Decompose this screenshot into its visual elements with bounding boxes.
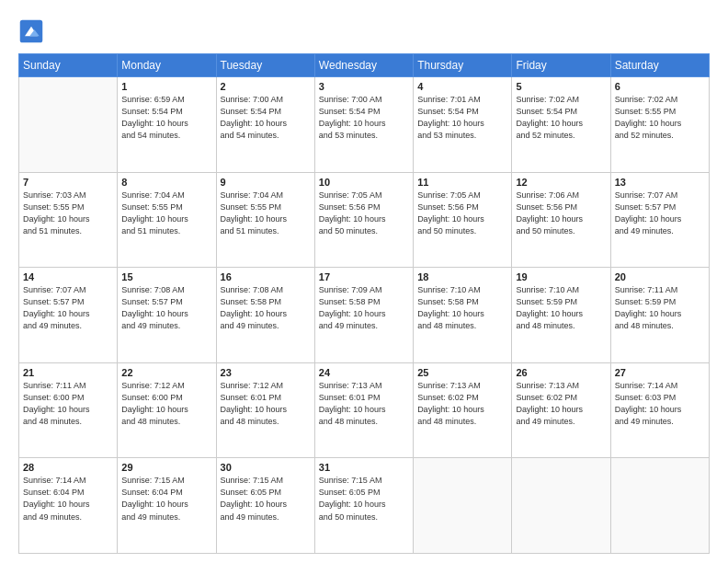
col-header-tuesday: Tuesday [216,54,314,77]
day-cell: 8Sunrise: 7:04 AMSunset: 5:55 PMDaylight… [118,172,216,268]
day-cell: 1Sunrise: 6:59 AMSunset: 5:54 PMDaylight… [118,77,216,173]
day-info: Sunrise: 7:15 AMSunset: 6:04 PMDaylight:… [121,475,211,523]
day-cell: 4Sunrise: 7:01 AMSunset: 5:54 PMDaylight… [414,77,512,173]
day-cell: 21Sunrise: 7:11 AMSunset: 6:00 PMDayligh… [19,362,118,458]
day-cell: 13Sunrise: 7:07 AMSunset: 5:57 PMDayligh… [610,172,709,268]
day-info: Sunrise: 7:08 AMSunset: 5:58 PMDaylight:… [221,284,311,332]
day-number: 8 [121,177,211,188]
day-cell: 28Sunrise: 7:14 AMSunset: 6:04 PMDayligh… [19,458,118,554]
day-cell [414,458,512,554]
day-info: Sunrise: 7:13 AMSunset: 6:02 PMDaylight:… [417,380,507,428]
col-header-thursday: Thursday [414,54,512,77]
day-number: 27 [615,367,705,378]
day-number: 21 [23,367,113,378]
day-info: Sunrise: 7:03 AMSunset: 5:55 PMDaylight:… [23,190,113,237]
day-info: Sunrise: 7:06 AMSunset: 5:56 PMDaylight:… [516,190,606,237]
day-info: Sunrise: 7:02 AMSunset: 5:54 PMDaylight:… [516,94,606,142]
day-number: 3 [319,81,409,92]
day-cell [610,458,709,554]
day-cell: 27Sunrise: 7:14 AMSunset: 6:03 PMDayligh… [610,362,709,458]
day-number: 5 [516,81,606,92]
day-cell: 6Sunrise: 7:02 AMSunset: 5:55 PMDaylight… [610,77,709,173]
day-number: 29 [121,462,211,473]
day-number: 22 [121,367,211,378]
day-cell: 31Sunrise: 7:15 AMSunset: 6:05 PMDayligh… [314,458,413,554]
day-cell: 23Sunrise: 7:12 AMSunset: 6:01 PMDayligh… [216,362,314,458]
week-row-1: 1Sunrise: 6:59 AMSunset: 5:54 PMDaylight… [19,77,710,173]
day-cell: 26Sunrise: 7:13 AMSunset: 6:02 PMDayligh… [512,362,610,458]
day-number: 23 [221,367,311,378]
day-cell: 11Sunrise: 7:05 AMSunset: 5:56 PMDayligh… [414,172,512,268]
day-info: Sunrise: 7:04 AMSunset: 5:55 PMDaylight:… [221,190,311,237]
day-info: Sunrise: 7:10 AMSunset: 5:58 PMDaylight:… [417,284,507,332]
day-cell: 25Sunrise: 7:13 AMSunset: 6:02 PMDayligh… [414,362,512,458]
day-info: Sunrise: 7:08 AMSunset: 5:57 PMDaylight:… [121,284,211,332]
day-info: Sunrise: 7:15 AMSunset: 6:05 PMDaylight:… [221,475,311,523]
logo-icon [18,18,44,44]
day-number: 9 [221,177,311,188]
day-number: 26 [516,367,606,378]
day-number: 4 [417,81,507,92]
day-info: Sunrise: 7:13 AMSunset: 6:01 PMDaylight:… [319,380,409,428]
day-info: Sunrise: 7:14 AMSunset: 6:04 PMDaylight:… [23,475,113,523]
day-cell: 24Sunrise: 7:13 AMSunset: 6:01 PMDayligh… [314,362,413,458]
day-cell: 5Sunrise: 7:02 AMSunset: 5:54 PMDaylight… [512,77,610,173]
calendar-table: SundayMondayTuesdayWednesdayThursdayFrid… [18,53,710,554]
week-row-2: 7Sunrise: 7:03 AMSunset: 5:55 PMDaylight… [19,172,710,268]
week-row-3: 14Sunrise: 7:07 AMSunset: 5:57 PMDayligh… [19,268,710,363]
day-number: 25 [417,367,507,378]
day-cell: 3Sunrise: 7:00 AMSunset: 5:54 PMDaylight… [314,77,413,173]
header-row: SundayMondayTuesdayWednesdayThursdayFrid… [19,54,710,77]
day-number: 30 [221,462,311,473]
day-cell: 2Sunrise: 7:00 AMSunset: 5:54 PMDaylight… [216,77,314,173]
day-number: 17 [319,271,409,282]
day-cell: 17Sunrise: 7:09 AMSunset: 5:58 PMDayligh… [314,268,413,363]
day-cell: 9Sunrise: 7:04 AMSunset: 5:55 PMDaylight… [216,172,314,268]
day-number: 18 [417,271,507,282]
day-cell: 16Sunrise: 7:08 AMSunset: 5:58 PMDayligh… [216,268,314,363]
week-row-4: 21Sunrise: 7:11 AMSunset: 6:00 PMDayligh… [19,362,710,458]
day-info: Sunrise: 7:11 AMSunset: 5:59 PMDaylight:… [615,284,705,332]
day-number: 31 [319,462,409,473]
day-number: 19 [516,271,606,282]
day-cell: 7Sunrise: 7:03 AMSunset: 5:55 PMDaylight… [19,172,118,268]
day-number: 24 [319,367,409,378]
day-number: 11 [417,177,507,188]
day-number: 12 [516,177,606,188]
day-info: Sunrise: 7:07 AMSunset: 5:57 PMDaylight:… [23,284,113,332]
day-number: 20 [615,271,705,282]
day-number: 13 [615,177,705,188]
day-cell: 29Sunrise: 7:15 AMSunset: 6:04 PMDayligh… [118,458,216,554]
day-number: 7 [23,177,113,188]
day-cell: 10Sunrise: 7:05 AMSunset: 5:56 PMDayligh… [314,172,413,268]
day-info: Sunrise: 7:01 AMSunset: 5:54 PMDaylight:… [417,94,507,142]
day-info: Sunrise: 7:15 AMSunset: 6:05 PMDaylight:… [319,475,409,523]
day-info: Sunrise: 6:59 AMSunset: 5:54 PMDaylight:… [121,94,211,142]
day-info: Sunrise: 7:13 AMSunset: 6:02 PMDaylight:… [516,380,606,428]
col-header-sunday: Sunday [19,54,118,77]
day-number: 1 [121,81,211,92]
col-header-friday: Friday [512,54,610,77]
day-info: Sunrise: 7:14 AMSunset: 6:03 PMDaylight:… [615,380,705,428]
day-info: Sunrise: 7:09 AMSunset: 5:58 PMDaylight:… [319,284,409,332]
day-number: 14 [23,271,113,282]
day-cell: 19Sunrise: 7:10 AMSunset: 5:59 PMDayligh… [512,268,610,363]
day-info: Sunrise: 7:04 AMSunset: 5:55 PMDaylight:… [121,190,211,237]
day-number: 6 [615,81,705,92]
day-info: Sunrise: 7:00 AMSunset: 5:54 PMDaylight:… [319,94,409,142]
week-row-5: 28Sunrise: 7:14 AMSunset: 6:04 PMDayligh… [19,458,710,554]
day-cell [512,458,610,554]
day-info: Sunrise: 7:05 AMSunset: 5:56 PMDaylight:… [319,190,409,237]
day-number: 16 [221,271,311,282]
day-number: 15 [121,271,211,282]
day-cell: 12Sunrise: 7:06 AMSunset: 5:56 PMDayligh… [512,172,610,268]
header [18,15,710,44]
day-number: 2 [221,81,311,92]
logo [18,18,48,44]
page: SundayMondayTuesdayWednesdayThursdayFrid… [0,0,728,563]
day-info: Sunrise: 7:11 AMSunset: 6:00 PMDaylight:… [23,380,113,428]
day-cell: 30Sunrise: 7:15 AMSunset: 6:05 PMDayligh… [216,458,314,554]
day-info: Sunrise: 7:05 AMSunset: 5:56 PMDaylight:… [417,190,507,237]
day-cell: 20Sunrise: 7:11 AMSunset: 5:59 PMDayligh… [610,268,709,363]
day-info: Sunrise: 7:00 AMSunset: 5:54 PMDaylight:… [221,94,311,142]
